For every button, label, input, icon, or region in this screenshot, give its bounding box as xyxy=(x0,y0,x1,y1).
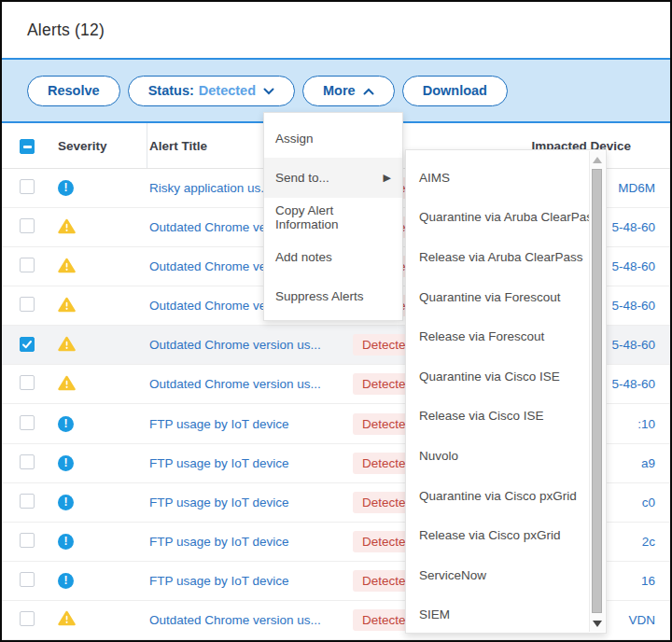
menu-item-copy-alert-information[interactable]: Copy Alert Information xyxy=(264,198,402,237)
severity-info-icon: ! xyxy=(58,495,74,510)
row-checkbox[interactable] xyxy=(20,611,35,626)
status-filter-button[interactable]: Status: Detected xyxy=(128,76,295,106)
submenu-item-quarantine-forescout[interactable]: Quarantine via Forescout xyxy=(406,277,606,317)
alerts-window: Alerts (12) Resolve Status: Detected Mor… xyxy=(0,0,672,642)
column-header-severity: Severity xyxy=(58,139,107,153)
impacted-device-link[interactable]: a9 xyxy=(641,456,655,470)
submenu-item-release-cisco-ise[interactable]: Release via Cisco ISE xyxy=(406,397,606,437)
menu-item-suppress-alerts[interactable]: Suppress Alerts xyxy=(264,277,402,316)
row-checkbox[interactable] xyxy=(20,533,35,548)
row-checkbox[interactable] xyxy=(20,572,35,587)
severity-info-icon: ! xyxy=(58,416,74,432)
status-filter-label: Status: xyxy=(148,83,194,98)
alert-title-link[interactable]: FTP usage by IoT device xyxy=(149,495,289,509)
impacted-device-link[interactable]: 5-48-60 xyxy=(611,259,655,273)
severity-warning-icon xyxy=(58,610,76,629)
severity-warning-icon xyxy=(58,336,76,355)
send-to-submenu: AIMS Quarantine via Aruba ClearPass Rele… xyxy=(405,149,607,634)
row-checkbox[interactable] xyxy=(20,415,35,430)
scrollbar-thumb[interactable] xyxy=(592,169,602,613)
more-button-label: More xyxy=(323,83,356,98)
alert-title-link[interactable]: FTP usage by IoT device xyxy=(149,535,289,549)
impacted-device-link[interactable]: MD6M xyxy=(618,181,655,195)
submenu-scrollbar[interactable] xyxy=(589,151,605,632)
severity-warning-icon xyxy=(58,258,76,276)
impacted-device-link[interactable]: 16 xyxy=(641,574,655,588)
download-button[interactable]: Download xyxy=(402,76,508,106)
row-checkbox[interactable] xyxy=(20,258,35,272)
impacted-device-link[interactable]: VDN xyxy=(628,613,655,627)
severity-warning-icon xyxy=(58,375,76,394)
alert-title-link[interactable]: Risky application us... xyxy=(149,181,272,195)
alert-title-link[interactable]: Outdated Chrome version us... xyxy=(149,377,321,391)
alert-title-link[interactable]: Outdated Chrome version us... xyxy=(149,613,321,627)
row-checkbox[interactable] xyxy=(20,179,35,194)
impacted-device-link[interactable]: 2c xyxy=(642,535,655,549)
impacted-device-link[interactable]: c0 xyxy=(642,495,655,509)
alert-title-link[interactable]: FTP usage by IoT device xyxy=(149,574,289,588)
row-checkbox[interactable] xyxy=(20,218,35,233)
select-all-checkbox[interactable] xyxy=(20,139,35,154)
scrollbar-down-arrow-icon[interactable] xyxy=(590,615,605,632)
menu-item-send-to[interactable]: Send to... ▶ xyxy=(264,158,402,197)
alert-title-link[interactable]: Outdated Chrome version us... xyxy=(149,338,321,352)
row-checkbox[interactable] xyxy=(20,297,35,312)
status-filter-value: Detected xyxy=(199,83,256,98)
page-title: Alerts (12) xyxy=(27,21,105,40)
submenu-item-release-aruba-clearpass[interactable]: Release via Aruba ClearPass xyxy=(406,237,606,277)
impacted-device-link[interactable]: 5-48-60 xyxy=(611,220,655,234)
download-button-label: Download xyxy=(423,83,487,98)
severity-warning-icon xyxy=(58,297,76,315)
chevron-down-icon xyxy=(263,83,274,98)
impacted-device-link[interactable]: :10 xyxy=(637,417,655,431)
impacted-device-link[interactable]: 5-48-60 xyxy=(611,299,655,313)
submenu-item-siem[interactable]: SIEM xyxy=(406,595,606,635)
submenu-item-release-forescout[interactable]: Release via Forescout xyxy=(406,316,606,356)
severity-info-icon: ! xyxy=(58,534,74,550)
row-checkbox[interactable] xyxy=(20,375,35,390)
severity-warning-icon xyxy=(58,218,76,237)
submenu-item-quarantine-cisco-pxgrid[interactable]: Quarantine via Cisco pxGrid xyxy=(406,476,606,516)
impacted-device-link[interactable]: 5-48-60 xyxy=(611,377,655,391)
submenu-item-servicenow[interactable]: ServiceNow xyxy=(406,555,606,595)
menu-item-add-notes[interactable]: Add notes xyxy=(264,237,402,276)
alert-title-link[interactable]: FTP usage by IoT device xyxy=(149,417,289,431)
resolve-button-label: Resolve xyxy=(48,83,100,98)
severity-info-icon: ! xyxy=(58,180,74,196)
submenu-item-quarantine-cisco-ise[interactable]: Quarantine via Cisco ISE xyxy=(406,356,606,397)
resolve-button[interactable]: Resolve xyxy=(27,76,120,106)
chevron-up-icon xyxy=(363,83,374,98)
severity-info-icon: ! xyxy=(58,573,74,589)
submenu-arrow-icon: ▶ xyxy=(384,172,391,184)
submenu-item-quarantine-aruba-clearpass[interactable]: Quarantine via Aruba ClearPass xyxy=(406,198,606,238)
submenu-item-aims[interactable]: AIMS xyxy=(406,158,606,198)
alert-title-link[interactable]: FTP usage by IoT device xyxy=(149,456,289,470)
row-checkbox[interactable] xyxy=(20,454,35,469)
more-dropdown-menu: Assign Send to... ▶ Copy Alert Informati… xyxy=(263,112,403,321)
submenu-item-release-cisco-pxgrid[interactable]: Release via Cisco pxGrid xyxy=(406,515,606,555)
menu-item-assign[interactable]: Assign xyxy=(264,119,402,158)
severity-info-icon: ! xyxy=(58,455,74,471)
row-checkbox-checked[interactable] xyxy=(20,337,35,352)
row-checkbox[interactable] xyxy=(20,494,35,509)
scrollbar-up-arrow-icon[interactable] xyxy=(590,151,605,168)
impacted-device-link[interactable]: 5-48-60 xyxy=(611,338,655,352)
more-button[interactable]: More xyxy=(302,76,395,106)
submenu-item-nuvolo[interactable]: Nuvolo xyxy=(406,436,606,476)
title-bar: Alerts (12) xyxy=(2,2,670,58)
